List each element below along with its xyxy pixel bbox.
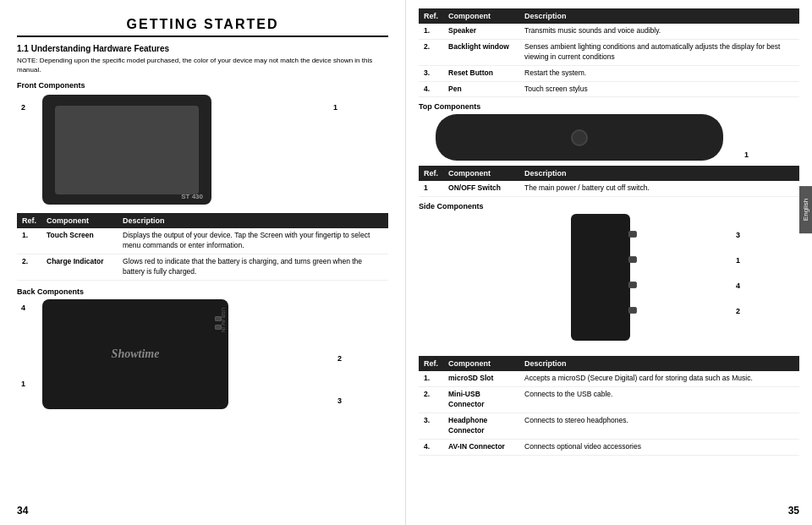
device-screen xyxy=(55,106,199,194)
cell-description: Senses ambient lighting conditions and a… xyxy=(519,39,799,65)
cell-component: Touch Screen xyxy=(41,228,118,254)
port-labels: USB AV IN xyxy=(221,308,226,332)
table-row: 3. Reset Button Restart the system. xyxy=(419,65,799,81)
front-components-table: Ref. Component Description 1. Touch Scre… xyxy=(17,213,388,281)
oo-col-ref: Ref. xyxy=(419,166,443,181)
cell-ref: 1. xyxy=(419,24,443,39)
oo-col-description: Description xyxy=(519,166,799,181)
front-device-wrapper: 2 ST 430 1 xyxy=(17,95,388,205)
ref-num-1: 1 xyxy=(333,103,337,112)
table-row: 2. Backlight window Senses ambient light… xyxy=(419,39,799,65)
cell-ref: 4. xyxy=(419,81,443,97)
cell-description: Touch screen stylus xyxy=(519,81,799,97)
cell-component: Mini-USB Connector xyxy=(443,387,519,413)
r-col-description: Description xyxy=(519,8,799,24)
on-off-table: Ref. Component Description 1 ON/OFF Swit… xyxy=(419,166,799,197)
side-ref-4: 4 xyxy=(736,282,740,290)
side-ref-3: 3 xyxy=(736,231,740,239)
back-ref-1: 1 xyxy=(21,380,25,388)
bottom-components-table: Ref. Component Description 1. microSD Sl… xyxy=(419,356,799,455)
back-ref-2: 2 xyxy=(337,354,342,363)
b-col-description: Description xyxy=(519,356,799,371)
cell-description: Accepts a microSD (Secure Digital) card … xyxy=(519,371,799,386)
cell-description: Connects to stereo headphones. xyxy=(519,413,799,440)
cell-component: Reset Button xyxy=(443,65,519,81)
cell-component: ON/OFF Switch xyxy=(443,181,519,196)
cell-ref: 2. xyxy=(17,254,41,281)
device-model-label: ST 430 xyxy=(181,193,203,200)
device-top-image xyxy=(436,114,723,161)
side-ref-1: 1 xyxy=(736,256,740,265)
cell-description: Restart the system. xyxy=(519,65,799,81)
note-text: NOTE: Depending upon the specific model … xyxy=(17,56,388,74)
back-components-label: Back Components xyxy=(17,287,388,296)
cell-description: Displays the output of your device. Tap … xyxy=(118,228,388,254)
device-front-image: ST 430 xyxy=(42,95,211,205)
cell-ref: 2. xyxy=(419,387,443,413)
page-title: GETTING STARTED xyxy=(17,17,388,37)
left-panel: GETTING STARTED 1.1 Understanding Hardwa… xyxy=(0,0,406,525)
col-ref: Ref. xyxy=(17,213,41,228)
oo-col-component: Component xyxy=(443,166,519,181)
cell-component: Headphone Connector xyxy=(443,413,519,440)
table-row: 4. Pen Touch screen stylus xyxy=(419,81,799,97)
front-components-label: Front Components xyxy=(17,81,388,90)
english-tab: English xyxy=(799,186,812,233)
right-top-table: Ref. Component Description 1. Speaker Tr… xyxy=(419,8,799,97)
table-row: 1. Touch Screen Displays the output of y… xyxy=(17,228,388,254)
r-col-ref: Ref. xyxy=(419,8,443,24)
cell-ref: 1. xyxy=(419,371,443,386)
top-ref-1: 1 xyxy=(744,150,749,159)
cell-component: Backlight window xyxy=(443,39,519,65)
b-col-component: Component xyxy=(443,356,519,371)
device-back-image: Showtime USB AV IN xyxy=(42,299,228,409)
side-device-wrapper: 3 1 4 2 xyxy=(419,214,799,349)
cell-ref: 2. xyxy=(419,39,443,65)
cell-ref: 1. xyxy=(17,228,41,254)
cell-description: Connects optional video accessories xyxy=(519,439,799,455)
cell-description: Connects to the USB cable. xyxy=(519,387,799,413)
back-ref-3: 3 xyxy=(337,396,342,405)
cell-component: Speaker xyxy=(443,24,519,39)
table-row: 3. Headphone Connector Connects to stere… xyxy=(419,413,799,440)
side-port-4 xyxy=(628,307,637,314)
right-panel: Ref. Component Description 1. Speaker Tr… xyxy=(406,0,812,525)
table-row: 1. microSD Slot Accepts a microSD (Secur… xyxy=(419,371,799,386)
table-row: 2. Charge Indicator Glows red to indicat… xyxy=(17,254,388,281)
side-port-3 xyxy=(628,282,637,288)
side-components-label: Side Components xyxy=(419,202,799,211)
cell-ref: 1 xyxy=(419,181,443,196)
cell-description: Glows red to indicate that the battery i… xyxy=(118,254,388,281)
side-port-1 xyxy=(628,231,637,238)
col-component: Component xyxy=(41,213,118,228)
table-row: 2. Mini-USB Connector Connects to the US… xyxy=(419,387,799,413)
cell-ref: 3. xyxy=(419,413,443,440)
ref-num-2: 2 xyxy=(21,103,25,112)
cell-description: The main power / battery cut off switch. xyxy=(519,181,799,196)
r-col-component: Component xyxy=(443,8,519,24)
top-device-wrapper: 1 xyxy=(419,114,799,161)
cell-ref: 3. xyxy=(419,65,443,81)
back-device-wrapper: 4 Showtime USB AV IN 2 1 3 xyxy=(17,299,388,409)
top-components-label: Top Components xyxy=(419,102,799,111)
cell-component: Charge Indicator xyxy=(41,254,118,281)
back-ref-4: 4 xyxy=(21,304,25,312)
b-col-ref: Ref. xyxy=(419,356,443,371)
cell-component: AV-IN Connector xyxy=(443,439,519,455)
col-description: Description xyxy=(118,213,388,228)
side-ref-2: 2 xyxy=(736,307,740,315)
camera-bump xyxy=(571,129,588,146)
page-number-left: 34 xyxy=(17,505,28,517)
cell-description: Transmits music sounds and voice audibly… xyxy=(519,24,799,39)
table-row: 1 ON/OFF Switch The main power / battery… xyxy=(419,181,799,196)
cell-ref: 4. xyxy=(419,439,443,455)
device-side-image xyxy=(571,214,630,341)
device-logo: Showtime xyxy=(112,347,160,361)
page-number-right: 35 xyxy=(788,505,799,517)
section-heading: 1.1 Understanding Hardware Features xyxy=(17,44,388,53)
cell-component: microSD Slot xyxy=(443,371,519,386)
cell-component: Pen xyxy=(443,81,519,97)
side-port-2 xyxy=(628,256,637,263)
table-row: 1. Speaker Transmits music sounds and vo… xyxy=(419,24,799,39)
table-row: 4. AV-IN Connector Connects optional vid… xyxy=(419,439,799,455)
